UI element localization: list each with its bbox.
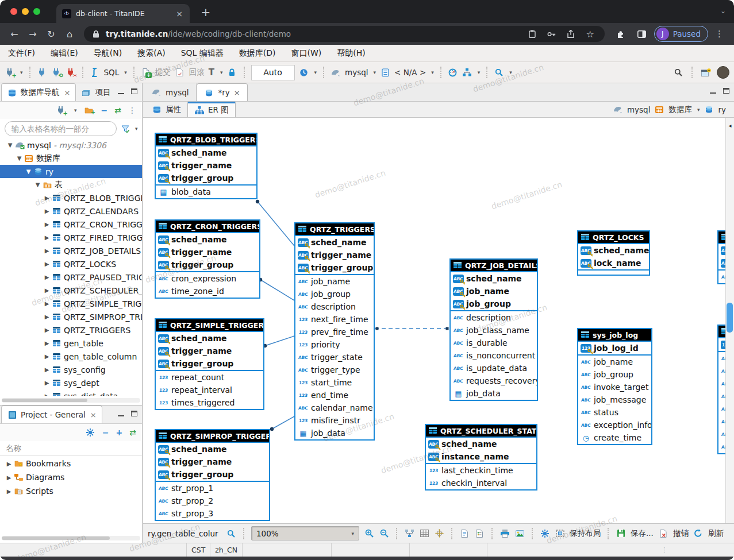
- er-column[interactable]: ABCrequests_recovery: [451, 374, 537, 387]
- expander-open-icon[interactable]: ▼: [15, 155, 24, 161]
- bookmark-star-icon[interactable]: ☆: [582, 29, 597, 40]
- minimize-window-button[interactable]: [22, 8, 29, 15]
- er-column[interactable]: ABCsched_name: [295, 236, 374, 249]
- tab-database-navigator[interactable]: 数据库导航 ×: [1, 83, 76, 101]
- settings-gear-icon[interactable]: [85, 427, 95, 438]
- er-column[interactable]: ABCcalendar_name: [295, 401, 374, 414]
- refresh-icon[interactable]: [693, 528, 704, 539]
- er-column[interactable]: ABCsched_name: [156, 332, 263, 345]
- er-column[interactable]: ABCtrigger_name: [156, 159, 256, 172]
- breadcrumb-database[interactable]: 数据库: [668, 105, 692, 115]
- er-column[interactable]: 123prev_fire_time: [295, 326, 374, 338]
- er-column[interactable]: ABCdescription: [451, 311, 537, 324]
- search-dropdown[interactable]: ▾: [509, 69, 512, 75]
- new-connection-dropdown[interactable]: ▾: [74, 107, 77, 113]
- er-column[interactable]: ABCtrigger_name: [156, 455, 269, 468]
- topology-icon[interactable]: [462, 67, 472, 78]
- filter-icon[interactable]: [120, 123, 130, 134]
- er-column[interactable]: ABCtrigger_group: [156, 468, 269, 481]
- er-column[interactable]: ABCsched_name: [156, 146, 256, 159]
- maximize-panel-icon[interactable]: [131, 88, 137, 94]
- address-bar[interactable]: try.titanide.cn/ide/web/coding/db-client…: [84, 26, 605, 42]
- undo-icon[interactable]: [658, 528, 668, 539]
- lock-toggle-icon[interactable]: [227, 67, 237, 78]
- expander-closed-icon[interactable]: ▶: [43, 300, 51, 307]
- user-avatar-icon[interactable]: [717, 66, 729, 79]
- tree-item-sys_config[interactable]: ▶sys_config: [0, 363, 142, 376]
- tree-item-ry[interactable]: ▼ry: [0, 165, 142, 178]
- rollback-icon[interactable]: [175, 67, 185, 78]
- er-column[interactable]: ABCjob_group: [451, 298, 537, 310]
- er-column[interactable]: ▦job_data: [295, 427, 374, 439]
- tree-item-qrtz_paused_trigger_grps[interactable]: ▶QRTZ_PAUSED_TRIGGER_GRPS: [0, 271, 142, 284]
- er-column[interactable]: ABCjob_group: [578, 368, 651, 381]
- filter-dropdown[interactable]: ▾: [135, 126, 138, 132]
- lock-icon[interactable]: [91, 28, 101, 40]
- er-table-header[interactable]: QRTZ_TRIGGERS: [295, 223, 374, 236]
- er-table-header[interactable]: QRTZ_BLOB_TRIGGERS: [156, 134, 256, 146]
- er-table-qrtz_job_details[interactable]: QRTZ_JOB_DETAILSABCsched_nameABCjob_name…: [449, 258, 538, 401]
- subtab-properties[interactable]: 属性: [145, 102, 187, 117]
- close-window-button[interactable]: [10, 8, 17, 15]
- zoom-level-select[interactable]: 100% ▾: [251, 526, 359, 540]
- active-connection[interactable]: mysql: [345, 68, 368, 77]
- undo-button[interactable]: 撤销: [673, 528, 689, 539]
- clipboard-icon[interactable]: [525, 28, 539, 40]
- er-column[interactable]: ABCis_durable: [451, 337, 537, 349]
- diagram-settings-icon[interactable]: [540, 528, 550, 539]
- history-dropdown[interactable]: ▾: [314, 69, 317, 75]
- er-column[interactable]: ▦job_data: [451, 387, 537, 400]
- transaction-log-icon[interactable]: T: [209, 67, 215, 78]
- dashboard-icon[interactable]: [448, 67, 458, 78]
- rollback-button[interactable]: 回滚: [189, 67, 205, 78]
- menu-file[interactable]: 文件(F): [8, 48, 35, 59]
- tab-project[interactable]: 项目: [76, 83, 116, 101]
- subtab-er-diagram[interactable]: ER 图: [187, 102, 236, 117]
- transaction-dropdown[interactable]: ▾: [220, 69, 223, 75]
- mysql-connection-icon[interactable]: [331, 67, 341, 78]
- er-column[interactable]: ABCexception_info: [578, 419, 651, 431]
- er-column[interactable]: ABCjob_name: [578, 356, 651, 368]
- er-table-header[interactable]: QRTZ_SIMPROP_TRIGGERS: [156, 430, 269, 443]
- disconnect-icon[interactable]: ✂: [66, 67, 76, 78]
- extensions-icon[interactable]: [612, 28, 629, 40]
- menu-edit[interactable]: 编辑(E): [51, 48, 78, 59]
- minimize-panel-icon[interactable]: [118, 411, 124, 416]
- new-connection-icon[interactable]: +: [56, 105, 66, 116]
- diagram-search-input[interactable]: [148, 529, 221, 538]
- breadcrumb-connection[interactable]: mysql: [627, 105, 651, 114]
- expand-all-icon[interactable]: +: [116, 428, 123, 437]
- er-table-qrtz_blob_triggers[interactable]: QRTZ_BLOB_TRIGGERSABCsched_nameABCtrigge…: [155, 133, 258, 199]
- name-column-header[interactable]: 名称: [0, 441, 142, 456]
- reconnect-icon[interactable]: ⟲: [51, 67, 62, 78]
- minimize-panel-icon[interactable]: [118, 89, 124, 94]
- menu-database[interactable]: 数据库(D): [239, 48, 276, 59]
- er-column[interactable]: ABCtrigger_type: [295, 364, 374, 376]
- er-column[interactable]: ABCtrigger_group: [295, 261, 374, 274]
- new-sql-editor-icon[interactable]: +: [141, 67, 151, 78]
- status-grip-icon[interactable]: ⋮: [659, 546, 670, 554]
- zoom-in-icon[interactable]: [364, 528, 374, 539]
- profile-button[interactable]: J Paused: [654, 26, 708, 42]
- tree-item-qrtz_blob_triggers[interactable]: ▶QRTZ_BLOB_TRIGGERS: [0, 191, 142, 204]
- tree-item-qrtz_simprop_triggers[interactable]: ▶QRTZ_SIMPROP_TRIGGERS: [0, 310, 142, 323]
- expander-closed-icon[interactable]: ▶: [43, 327, 51, 333]
- password-key-icon[interactable]: [544, 28, 559, 40]
- er-column[interactable]: ABCtrigger_name: [295, 249, 374, 261]
- new-connection-icon[interactable]: +: [5, 67, 15, 78]
- er-table-qrtz_simple_triggers[interactable]: QRTZ_SIMPLE_TRIGGERSABCsched_nameABCtrig…: [155, 318, 264, 410]
- menu-window[interactable]: 窗口(W): [291, 48, 322, 59]
- er-diagram-canvas[interactable]: ◂ QRTZ_BLOB_TRIGGERSABCsched_nameABCtrig…: [143, 118, 734, 523]
- scrollbar-thumb[interactable]: [727, 303, 733, 333]
- show-attributes-icon[interactable]: [474, 528, 485, 539]
- er-column[interactable]: 123end_time: [295, 389, 374, 401]
- zoom-dropdown-icon[interactable]: ▾: [351, 531, 354, 536]
- save-button[interactable]: 保存...: [631, 528, 654, 539]
- er-table-qrtz_locks[interactable]: QRTZ_LOCKSABCsched_nameABClock_name: [577, 230, 650, 276]
- er-column[interactable]: ABCstr_prop_2: [156, 495, 269, 507]
- close-tab-icon[interactable]: ×: [234, 88, 240, 97]
- er-table-header[interactable]: QRTZ_CRON_TRIGGERS: [156, 221, 259, 233]
- er-column[interactable]: 123last_checkin_time: [426, 464, 536, 477]
- transaction-history-icon[interactable]: [299, 67, 309, 78]
- table-filter-input[interactable]: [5, 121, 117, 136]
